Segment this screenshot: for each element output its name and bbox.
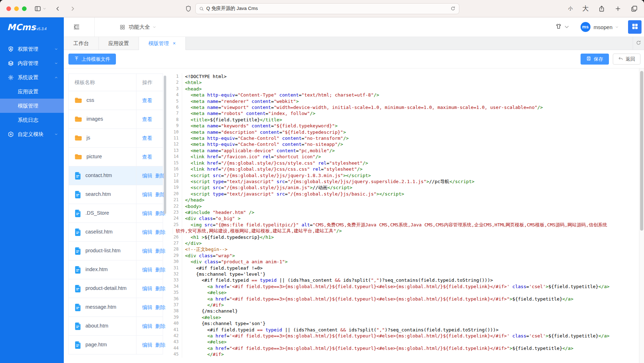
user-menu[interactable]: ms msopen <box>581 22 619 32</box>
reload-icon[interactable] <box>450 6 455 11</box>
code-editor[interactable]: 1<!DOCTYPE html>2<html>3<head>4 <meta ht… <box>167 68 644 363</box>
table-row[interactable]: css查看 <box>69 91 163 110</box>
scrollbar-thumb[interactable] <box>164 76 166 214</box>
address-bar[interactable]: Q 免疫开源的 Java Cms <box>195 3 459 14</box>
table-row[interactable]: caselist.htm编辑删除 <box>69 222 163 241</box>
line-number: 30 <box>169 259 182 265</box>
table-row[interactable]: js查看 <box>69 128 163 147</box>
search-icon <box>199 6 204 11</box>
refresh-icon <box>636 40 641 47</box>
code-line: 26 <h1 >${field.typedescrip}</h1> <box>169 234 638 240</box>
code-line: 37 </#if> <box>169 302 638 308</box>
forward-icon[interactable] <box>69 5 76 12</box>
sidebar-item[interactable]: 权限管理 <box>0 42 64 56</box>
upload-template-button[interactable]: 上传模板文件 <box>68 54 116 65</box>
editor-scrollbar[interactable] <box>639 68 644 363</box>
file-icon <box>74 228 81 236</box>
text-larger-button[interactable]: 大 <box>582 4 589 13</box>
new-tab-icon[interactable] <box>615 5 621 12</box>
shield-user-icon <box>8 46 14 52</box>
file-icon <box>74 247 81 255</box>
table-row[interactable]: product-detail.htm编辑删除 <box>69 279 163 298</box>
file-icon <box>74 209 81 218</box>
action-link[interactable]: 编辑 <box>142 229 152 236</box>
minimize-window-button[interactable] <box>14 6 19 11</box>
action-link[interactable]: 编辑 <box>142 304 152 311</box>
scrollbar-thumb[interactable] <box>640 71 643 231</box>
line-number <box>169 228 173 234</box>
theme-switcher[interactable] <box>555 23 570 31</box>
file-icon <box>74 191 81 199</box>
folder-icon <box>74 135 82 141</box>
feature-menu[interactable]: 功能大全 <box>119 24 156 31</box>
action-link[interactable]: 查看 <box>142 154 152 160</box>
action-link[interactable]: 编辑 <box>142 191 152 198</box>
table-row[interactable]: contact.htm编辑删除 <box>69 166 163 185</box>
action-link[interactable]: 编辑 <box>142 266 152 273</box>
file-list-scrollbar[interactable] <box>163 73 167 363</box>
refresh-tab-button[interactable] <box>633 37 644 50</box>
back-button[interactable]: 返回 <box>613 54 640 65</box>
action-link[interactable]: 编辑 <box>142 323 152 330</box>
save-button[interactable]: 保存 <box>581 54 609 65</box>
action-link[interactable]: 查看 <box>142 135 152 142</box>
logo-text: MCms <box>7 22 36 32</box>
tab-1[interactable]: 应用设置 <box>99 37 139 50</box>
code-line: 12 <meta http-equiv="Cache-Control" cont… <box>169 141 638 147</box>
layers-icon <box>8 60 14 66</box>
text-smaller-button[interactable]: 小 <box>568 5 573 12</box>
table-row[interactable]: index.htm编辑删除 <box>69 260 163 279</box>
code-line: 14 <link href="/favicon.ico" rel="shortc… <box>169 154 638 160</box>
line-number: 21 <box>169 197 182 203</box>
code-line: 16 <link href="/{ms:global.style/}css/cs… <box>169 166 638 172</box>
line-number: 45 <box>169 351 182 357</box>
privacy-shield-icon[interactable] <box>185 5 192 12</box>
action-link[interactable]: 编辑 <box>142 172 152 179</box>
line-number: 25 <box>169 222 182 228</box>
action-link[interactable]: 编辑 <box>142 285 152 292</box>
menu-fold-icon[interactable] <box>73 23 80 31</box>
sidebar-item[interactable]: 系统设置 <box>0 70 64 84</box>
table-row[interactable]: .DS_Store编辑删除 <box>69 204 163 222</box>
sidebar-item[interactable]: 自定义模块 <box>0 127 64 141</box>
action-link[interactable]: 查看 <box>142 97 152 104</box>
sidebar-item-label: 自定义模块 <box>18 131 50 138</box>
apps-grid-button[interactable] <box>628 20 642 34</box>
code-line: 3<head> <box>169 86 638 92</box>
table-row[interactable]: about.htm编辑删除 <box>69 317 163 335</box>
action-link[interactable]: 编辑 <box>142 248 152 254</box>
zoom-window-button[interactable] <box>22 6 27 11</box>
code-line: 9 <meta name="keywords" content="${field… <box>169 123 638 129</box>
back-icon[interactable] <box>54 5 61 12</box>
tab-0[interactable]: 工作台 <box>64 37 99 50</box>
sidebar-menu: 权限管理内容管理系统设置应用设置模版管理系统日志自定义模块 <box>0 37 64 141</box>
tab-overview-icon[interactable] <box>631 5 638 12</box>
action-link[interactable]: 查看 <box>142 116 152 123</box>
file-icon <box>74 266 81 274</box>
tab-2[interactable]: 模版管理× <box>139 37 186 50</box>
table-row[interactable]: page.htm编辑删除 <box>69 335 163 354</box>
action-link[interactable]: 编辑 <box>142 342 152 348</box>
back-arrow-icon <box>618 56 623 62</box>
table-row[interactable]: images查看 <box>69 110 163 128</box>
table-row[interactable]: message.htm编辑删除 <box>69 298 163 317</box>
sidebar-toggle-icon[interactable] <box>34 5 41 12</box>
close-window-button[interactable] <box>6 6 11 11</box>
line-number: 4 <box>169 92 182 98</box>
table-row[interactable]: search.htm编辑删除 <box>69 185 163 204</box>
apps-grid-icon <box>631 23 639 32</box>
chevron-down-icon[interactable] <box>43 7 46 11</box>
sidebar-item[interactable]: 内容管理 <box>0 56 64 70</box>
code-line: 10 <meta name="description" content="${f… <box>169 129 638 135</box>
table-row[interactable]: picture查看 <box>69 147 163 166</box>
sidebar-subitem[interactable]: 应用设置 <box>0 84 64 99</box>
line-number: 10 <box>169 129 182 135</box>
table-row[interactable]: product-list.htm编辑删除 <box>69 241 163 260</box>
share-icon[interactable] <box>598 5 605 12</box>
action-link[interactable]: 编辑 <box>142 210 152 217</box>
sidebar-subitem[interactable]: 模版管理 <box>0 99 64 113</box>
close-icon[interactable]: × <box>173 41 176 46</box>
sidebar-subitem[interactable]: 系统日志 <box>0 113 64 127</box>
sidebar-item-label: 系统设置 <box>18 74 50 81</box>
column-template-name: 模板名称 <box>69 74 136 91</box>
